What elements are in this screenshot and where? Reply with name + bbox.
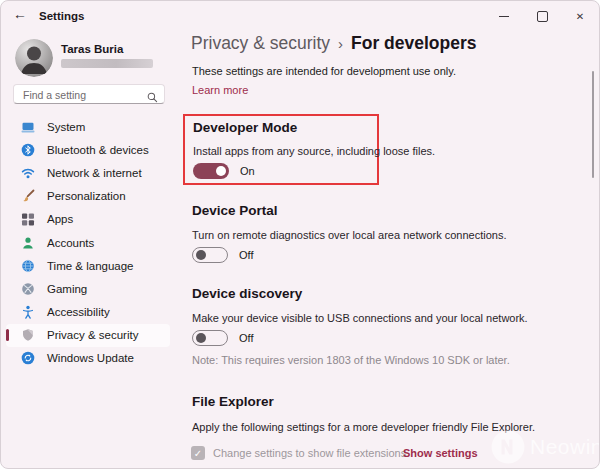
neowin-logo-icon xyxy=(490,429,526,465)
sidebar-item-system[interactable]: System xyxy=(6,115,170,138)
device-discovery-description: Make your device visible to USB connecti… xyxy=(192,312,528,324)
sidebar-item-gaming[interactable]: Gaming xyxy=(6,277,170,300)
selection-indicator xyxy=(6,329,9,341)
chevron-right-icon: › xyxy=(338,35,343,52)
minimize-button[interactable] xyxy=(485,1,523,31)
device-portal-title: Device Portal xyxy=(192,203,278,218)
apps-grid-icon xyxy=(21,212,35,226)
show-settings-link[interactable]: Show settings xyxy=(403,447,478,459)
update-icon xyxy=(21,351,35,365)
developer-mode-title: Developer Mode xyxy=(193,120,297,135)
sidebar-item-network-internet[interactable]: Network & internet xyxy=(6,161,170,184)
sdk-note: Note: This requires version 1803 of the … xyxy=(192,354,510,366)
search-icon xyxy=(147,89,158,100)
developer-mode-description: Install apps from any source, including … xyxy=(193,145,435,157)
brush-icon xyxy=(21,189,35,203)
device-discovery-title: Device discovery xyxy=(192,286,302,301)
sidebar-item-personalization[interactable]: Personalization xyxy=(6,185,170,208)
sidebar-item-windows-update[interactable]: Windows Update xyxy=(6,347,170,370)
checkmark-icon: ✓ xyxy=(194,448,202,459)
close-icon: ✕ xyxy=(576,11,584,22)
developer-mode-toggle[interactable] xyxy=(193,163,229,179)
device-portal-description: Turn on remote diagnostics over local ar… xyxy=(192,229,506,241)
xbox-icon xyxy=(21,282,35,296)
file-explorer-description: Apply the following settings for a more … xyxy=(192,421,535,433)
device-portal-toggle-row: Off xyxy=(192,247,253,263)
close-button[interactable]: ✕ xyxy=(561,1,599,31)
avatar xyxy=(15,39,53,77)
developer-mode-toggle-row: On xyxy=(193,163,255,179)
neowin-watermark-text: Neowin xyxy=(530,435,600,459)
sidebar-item-bluetooth-devices[interactable]: Bluetooth & devices xyxy=(6,138,170,161)
sidebar-item-time-language[interactable]: Time & language xyxy=(6,254,170,277)
intro-text: These settings are intended for developm… xyxy=(192,65,456,77)
sidebar-nav: System Bluetooth & devices Network & int… xyxy=(6,115,170,370)
file-extensions-checkbox[interactable]: ✓ xyxy=(191,446,205,460)
settings-window: ← Settings ✕ Taras Buria xyxy=(0,0,600,469)
device-portal-toggle-state: Off xyxy=(239,249,253,261)
search-input[interactable] xyxy=(21,86,143,104)
shield-icon xyxy=(21,328,35,342)
globe-icon xyxy=(21,259,35,273)
wifi-icon xyxy=(21,166,35,180)
app-title: Settings xyxy=(39,10,84,22)
maximize-icon xyxy=(537,11,548,22)
maximize-button[interactable] xyxy=(523,1,561,31)
file-extensions-label: Change settings to show file extensions xyxy=(213,447,406,459)
sidebar-item-apps[interactable]: Apps xyxy=(6,208,170,231)
account-name: Taras Buria xyxy=(61,43,153,55)
neowin-watermark: Neowin xyxy=(490,429,600,465)
device-portal-toggle[interactable] xyxy=(192,247,228,263)
search-box[interactable] xyxy=(13,84,165,104)
accessibility-icon xyxy=(21,305,35,319)
page-title: For developers xyxy=(351,33,476,53)
account-block[interactable]: Taras Buria xyxy=(15,39,153,77)
sidebar-item-privacy-security[interactable]: Privacy & security xyxy=(6,324,170,347)
breadcrumb: Privacy & security›For developers xyxy=(191,33,477,54)
person-icon xyxy=(21,236,35,250)
device-discovery-toggle-state: Off xyxy=(239,332,253,344)
device-discovery-toggle[interactable] xyxy=(192,330,228,346)
account-email-redacted xyxy=(61,59,153,68)
minimize-icon xyxy=(499,16,509,17)
file-extensions-row: ✓ Change settings to show file extension… xyxy=(191,446,406,460)
scrollbar-thumb[interactable] xyxy=(592,71,594,178)
system-icon xyxy=(21,120,35,134)
file-explorer-title: File Explorer xyxy=(192,394,274,409)
window-controls: ✕ xyxy=(485,1,599,31)
developer-mode-toggle-state: On xyxy=(240,165,255,177)
sidebar-item-accessibility[interactable]: Accessibility xyxy=(6,301,170,324)
device-discovery-toggle-row: Off xyxy=(192,330,253,346)
bluetooth-icon xyxy=(21,143,35,157)
learn-more-link[interactable]: Learn more xyxy=(192,84,248,96)
breadcrumb-parent[interactable]: Privacy & security xyxy=(191,33,330,53)
back-button[interactable]: ← xyxy=(13,6,27,22)
sidebar-item-accounts[interactable]: Accounts xyxy=(6,231,170,254)
